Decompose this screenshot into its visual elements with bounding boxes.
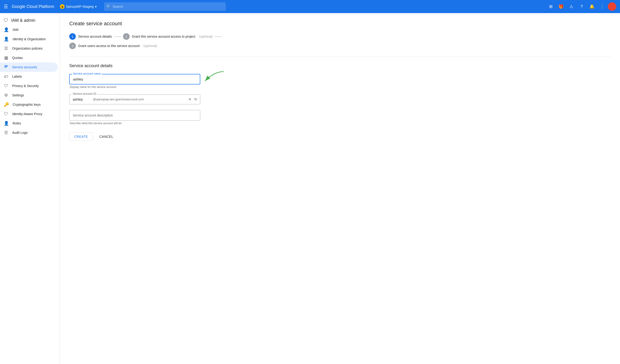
notification-icon[interactable]: 🔔: [587, 2, 597, 11]
sidebar-item-label: Cryptographic keys: [13, 103, 41, 106]
app-layout: 🛡 IAM & admin 👤 IAM 👤 Identity & Organiz…: [0, 13, 620, 364]
step-2-label: Grant this service account access to pro…: [132, 35, 195, 38]
step-divider-2: [215, 36, 222, 37]
identity-aware-proxy-icon: 🛡: [4, 112, 8, 117]
page-title: Create service account: [69, 21, 611, 27]
service-account-name-helper: Display name for this service account: [69, 85, 611, 89]
service-accounts-icon: [4, 65, 8, 70]
sidebar-item-audit-logs[interactable]: ☰ Audit Logs: [0, 128, 58, 137]
help-icon[interactable]: ?: [577, 2, 586, 11]
sidebar-item-label: IAM: [13, 28, 18, 31]
audit-logs-icon: ☰: [4, 130, 8, 135]
sidebar-shield-icon: 🛡: [4, 18, 8, 23]
sidebar-item-iam[interactable]: 👤 IAM: [0, 25, 58, 34]
sidebar: 🛡 IAM & admin 👤 IAM 👤 Identity & Organiz…: [0, 13, 60, 364]
step-3-circle: 3: [69, 43, 76, 49]
identity-org-icon: 👤: [4, 36, 9, 42]
refresh-id-button[interactable]: ↻: [193, 96, 198, 103]
more-icon[interactable]: ⋮: [598, 2, 607, 11]
service-account-id-field: Service account ID @spinupwp.iam.gservic…: [69, 94, 200, 104]
service-account-description-field: [69, 110, 200, 121]
service-account-id-suffix: @spinupwp.iam.gserviceaccount.com: [93, 98, 187, 101]
sidebar-item-label: Service accounts: [12, 65, 37, 69]
app-header: ☰ Google Cloud Platform ◉ SpinupWP-Stagi…: [0, 0, 620, 13]
sidebar-item-quotas[interactable]: ▦ Quotas: [0, 53, 58, 62]
step-1-label: Service account details: [78, 35, 112, 38]
cryptographic-keys-icon: 🔑: [4, 102, 9, 107]
privacy-security-icon: 🛡: [4, 84, 8, 89]
service-account-id-group: Service account ID @spinupwp.iam.gservic…: [69, 94, 611, 104]
service-account-name-input[interactable]: [70, 74, 200, 84]
alert-icon[interactable]: ⚠: [567, 2, 576, 11]
step-3: 3 Grant users access to this service acc…: [69, 43, 611, 49]
roles-icon: 👤: [4, 121, 9, 126]
service-account-description-helper: Describe what this service account will …: [69, 122, 611, 125]
sidebar-item-org-policies[interactable]: ☰ Organization policies: [0, 44, 58, 53]
svg-rect-0: [4, 65, 8, 66]
sidebar-item-label: Privacy & Security: [12, 84, 39, 88]
cancel-button[interactable]: CANCEL: [95, 132, 118, 141]
service-account-name-group: Service account name Display name for th…: [69, 74, 611, 89]
sidebar-item-identity-aware-proxy[interactable]: 🛡 Identity-Aware Proxy: [0, 109, 58, 119]
org-policies-icon: ☰: [4, 46, 8, 51]
clear-id-button[interactable]: ✕: [187, 96, 192, 103]
service-account-id-input[interactable]: [69, 94, 93, 104]
form-section-title: Service account details: [69, 63, 611, 68]
sidebar-item-service-accounts[interactable]: Service accounts: [0, 62, 58, 72]
iam-icon: 👤: [4, 27, 9, 32]
labels-icon: 🏷: [4, 74, 8, 79]
main-content: Create service account 1 Service account…: [60, 13, 620, 364]
step-1-circle: 1: [69, 33, 76, 40]
sidebar-item-label: Organization policies: [12, 46, 43, 50]
step-3-optional: (optional): [143, 44, 157, 48]
sidebar-header: 🛡 IAM & admin: [0, 15, 60, 25]
form-actions: CREATE CANCEL: [69, 132, 611, 141]
sidebar-item-roles[interactable]: 👤 Roles: [0, 119, 58, 128]
menu-icon[interactable]: ☰: [4, 4, 8, 9]
step-1: 1 Service account details: [69, 33, 112, 40]
search-icon: 🔍: [107, 4, 111, 9]
project-chevron-icon: ▾: [95, 5, 97, 8]
sidebar-item-label: Identity & Organization: [13, 37, 46, 41]
sidebar-item-settings[interactable]: ⚙ Settings: [0, 91, 58, 100]
sidebar-item-label: Labels: [12, 75, 22, 78]
quotas-icon: ▦: [4, 55, 8, 60]
sidebar-item-label: Roles: [13, 121, 21, 125]
step-2-circle: 2: [123, 33, 130, 40]
sidebar-item-cryptographic-keys[interactable]: 🔑 Cryptographic keys: [0, 100, 58, 109]
project-selector[interactable]: ◉ SpinupWP-Staging ▾: [60, 4, 97, 9]
svg-rect-2: [4, 67, 7, 67]
service-account-id-actions: ✕ ↻: [187, 96, 200, 103]
service-account-description-input[interactable]: [69, 110, 200, 121]
settings-icon: ⚙: [4, 93, 8, 98]
svg-rect-1: [4, 66, 8, 66]
sidebar-item-label: Quotas: [12, 56, 23, 60]
sidebar-item-privacy-security[interactable]: 🛡 Privacy & Security: [0, 81, 58, 91]
sidebar-item-label: Settings: [12, 93, 24, 97]
sidebar-item-label: Identity-Aware Proxy: [12, 112, 42, 116]
stepper: 1 Service account details 2 Grant this s…: [69, 33, 611, 49]
sidebar-item-identity-org[interactable]: 👤 Identity & Organization: [0, 34, 58, 44]
step-3-label: Grant users access to this service accou…: [78, 44, 140, 48]
sidebar-item-label: Audit Logs: [12, 131, 28, 135]
service-account-name-field: Service account name: [69, 74, 200, 84]
project-dot: ◉: [60, 4, 64, 9]
sidebar-title: IAM & admin: [11, 18, 35, 23]
search-input[interactable]: [104, 2, 226, 11]
project-name: SpinupWP-Staging: [66, 5, 93, 8]
step-divider-1: [114, 36, 121, 37]
header-actions: ⊞ 🎁 ⚠ ? 🔔 ⋮: [546, 2, 616, 11]
app-logo: Google Cloud Platform: [12, 4, 54, 9]
service-account-description-group: Describe what this service account will …: [69, 110, 611, 125]
gift-icon[interactable]: 🎁: [556, 2, 566, 11]
search-bar: 🔍: [104, 2, 226, 11]
create-button[interactable]: CREATE: [69, 132, 93, 141]
step-2-optional: (optional): [199, 35, 213, 38]
service-account-id-label: Service account ID: [72, 92, 97, 95]
step-2: 2 Grant this service account access to p…: [123, 33, 213, 40]
apps-icon[interactable]: ⊞: [546, 2, 556, 11]
avatar[interactable]: [608, 2, 616, 11]
sidebar-item-labels[interactable]: 🏷 Labels: [0, 72, 58, 81]
service-account-name-label: Service account name: [72, 72, 102, 75]
